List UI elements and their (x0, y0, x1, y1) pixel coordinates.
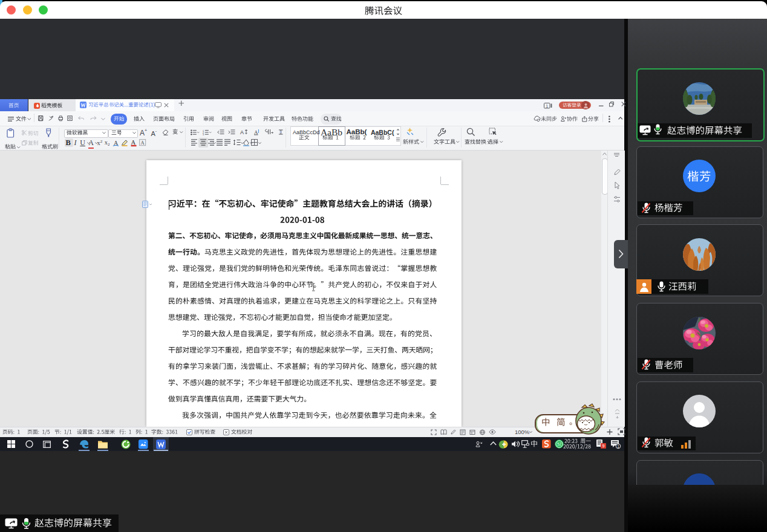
svg-text:1: 1 (617, 444, 619, 449)
svg-text:A: A (141, 140, 145, 146)
svg-text:A: A (254, 129, 258, 135)
svg-text:3: 3 (203, 134, 204, 136)
svg-text:52: 52 (557, 442, 562, 446)
svg-text:1: 1 (546, 103, 548, 108)
svg-text:A: A (131, 138, 136, 145)
svg-text:9: 9 (602, 444, 605, 448)
svg-text:A: A (240, 129, 244, 135)
